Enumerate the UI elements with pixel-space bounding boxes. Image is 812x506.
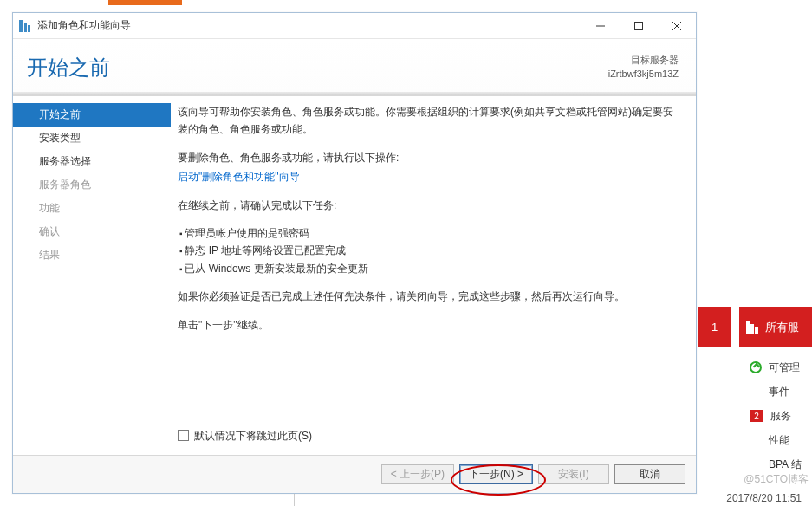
bg-side-item-label: 服务 — [770, 409, 791, 424]
servers-icon — [746, 321, 760, 334]
svg-rect-2 — [755, 327, 758, 334]
target-server-block: 目标服务器 iZrtbwf3kj5m13Z — [608, 54, 679, 81]
maximize-button[interactable] — [620, 14, 658, 38]
nav-results: 结果 — [13, 243, 171, 267]
bg-side-item-label: BPA 结 — [769, 457, 802, 472]
bg-side-item: 可管理 — [750, 360, 812, 375]
skip-label: 默认情况下将跳过此页(S) — [194, 427, 312, 444]
remove-roles-link[interactable]: 启动"删除角色和功能"向导 — [178, 171, 300, 183]
proceed-text: 单击"下一步"继续。 — [178, 316, 675, 334]
bg-side-item: 性能 — [750, 432, 812, 448]
install-button: 安装(I) — [538, 464, 609, 484]
bullet-item: 管理员帐户使用的是强密码 — [179, 224, 675, 242]
wizard-button-bar: < 上一步(P) 下一步(N) > 安装(I) 取消 — [13, 455, 696, 493]
maximize-icon — [634, 22, 643, 30]
wizard-nav: 开始之前 安装类型 服务器选择 服务器角色 功能 确认 结果 — [13, 96, 171, 455]
bullet-item: 静态 IP 地址等网络设置已配置完成 — [179, 242, 675, 259]
bg-side-item-label: 性能 — [769, 433, 789, 448]
dialog-title: 添加角色和功能向导 — [37, 18, 131, 33]
remove-lead: 要删除角色、角色服务或功能，请执行以下操作: — [178, 149, 675, 166]
bg-side-item: 2服务 — [750, 408, 812, 424]
wizard-icon — [18, 19, 32, 33]
cancel-button[interactable]: 取消 — [614, 464, 685, 484]
bg-side-item: BPA 结 — [750, 457, 812, 472]
checkbox-icon[interactable] — [178, 430, 189, 441]
bg-side-item: 事件 — [750, 384, 812, 399]
bg-side-item-label: 事件 — [769, 385, 789, 399]
bg-side-header-text: 所有服 — [765, 320, 799, 335]
skip-page-option[interactable]: 默认情况下将跳过此页(S) — [178, 427, 312, 444]
nav-features: 功能 — [13, 197, 171, 220]
verify-text: 如果你必须验证是否已完成上述任何先决条件，请关闭向导，完成这些步骤，然后再次运行… — [178, 288, 675, 305]
svg-rect-0 — [746, 321, 750, 334]
svg-rect-7 — [635, 22, 643, 29]
bg-side-item-label: 可管理 — [769, 360, 800, 375]
minimize-button[interactable] — [581, 14, 620, 38]
nav-installation-type[interactable]: 安装类型 — [13, 126, 171, 150]
svg-rect-4 — [24, 23, 27, 32]
nav-before-you-begin[interactable]: 开始之前 — [13, 103, 171, 126]
wizard-header: 开始之前 目标服务器 iZrtbwf3kj5m13Z — [13, 39, 696, 96]
bg-tile-number: 1 — [698, 307, 731, 347]
svg-rect-3 — [19, 20, 23, 32]
close-button[interactable] — [658, 14, 696, 38]
bg-side-header: 所有服 — [739, 307, 812, 347]
minimize-icon — [596, 22, 605, 30]
close-icon — [672, 22, 681, 30]
nav-server-selection[interactable]: 服务器选择 — [13, 150, 171, 173]
next-button[interactable]: 下一步(N) > — [459, 464, 533, 484]
page-title: 开始之前 — [27, 54, 110, 81]
bg-orange-strip — [108, 0, 182, 5]
svg-rect-5 — [28, 25, 30, 32]
wizard-dialog: 添加角色和功能向导 开始之前 目标服务器 iZrtbwf3kj5m13Z 开始之… — [12, 12, 697, 494]
bg-side-panel: 所有服 可管理 事件 2服务 性能 BPA 结 — [739, 307, 812, 497]
intro-text: 该向导可帮助你安装角色、角色服务或功能。你需要根据组织的计算要求(例如共享文档或… — [178, 103, 675, 139]
nav-server-roles: 服务器角色 — [13, 173, 171, 197]
watermark: @51CTO博客 — [744, 472, 809, 487]
arrow-up-circle-icon — [750, 361, 762, 373]
svg-rect-1 — [750, 324, 754, 334]
target-server-name: iZrtbwf3kj5m13Z — [608, 68, 679, 81]
previous-button: < 上一步(P) — [381, 464, 454, 484]
taskbar-clock: 2017/8/20 11:51 — [726, 492, 802, 504]
nav-confirmation: 确认 — [13, 220, 171, 243]
tasks-lead: 在继续之前，请确认完成以下任务: — [178, 197, 675, 214]
titlebar: 添加角色和功能向导 — [13, 13, 696, 39]
target-server-label: 目标服务器 — [608, 54, 679, 67]
wizard-content: 该向导可帮助你安装角色、角色服务或功能。你需要根据组织的计算要求(例如共享文档或… — [171, 96, 696, 455]
bullet-item: 已从 Windows 更新安装最新的安全更新 — [179, 260, 675, 277]
count-badge: 2 — [750, 410, 763, 422]
